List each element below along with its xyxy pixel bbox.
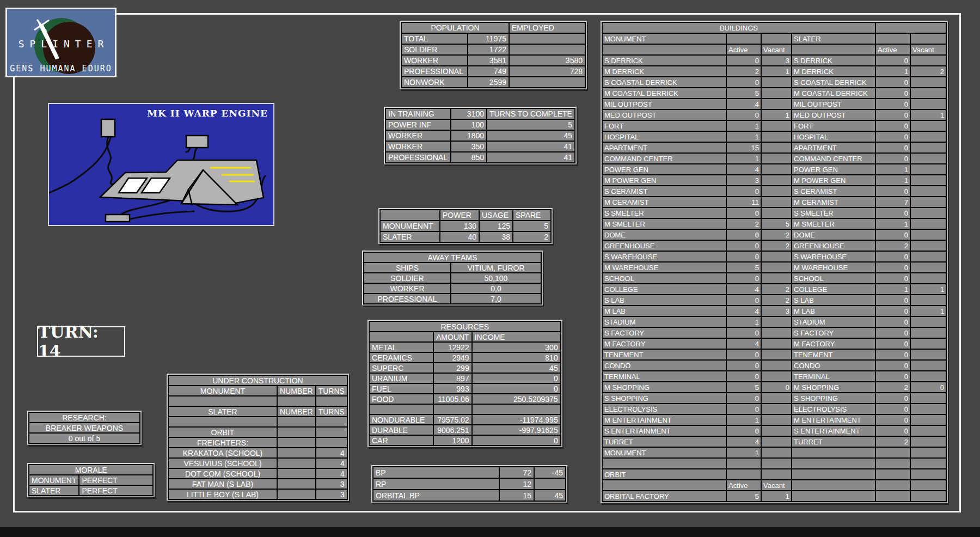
cell: [761, 88, 792, 99]
cell: 350: [451, 141, 487, 152]
cell: [761, 371, 792, 382]
cell: 0: [875, 349, 910, 360]
cell: ORBIT: [168, 427, 277, 437]
cell: [316, 437, 347, 448]
cell: NONWORK: [401, 77, 468, 88]
cell: [168, 417, 277, 427]
cell: 0: [726, 425, 761, 436]
cell: METAL: [369, 342, 433, 352]
cell: 5: [487, 119, 575, 130]
research-table: RESEARCH:BREAKER WEAPONS0 out of 5: [27, 411, 142, 445]
cell: [761, 273, 792, 284]
cell: MED OUTPOST: [602, 109, 726, 120]
cell: SHIPS: [364, 263, 451, 273]
cell: 0: [726, 77, 761, 88]
cell: Active: [875, 44, 910, 55]
cell: USAGE: [479, 210, 513, 221]
cell: CAR: [369, 435, 433, 446]
cell: [726, 469, 761, 480]
cell: [602, 480, 726, 491]
cell: CERAMICS: [369, 352, 433, 363]
cell: 41: [487, 141, 575, 152]
power-table: POWERUSAGESPAREMONUMENNT1301255SLATER403…: [378, 208, 553, 244]
logo-motto: GENS HUMANA EDURO: [7, 64, 115, 74]
cell: PERFECT: [79, 475, 153, 485]
cell: TENEMENT: [792, 349, 875, 360]
cell: MONUMENT: [29, 475, 79, 485]
cell: S SHOPPING: [792, 393, 875, 404]
cell: TOTAL: [401, 33, 468, 44]
cell: 0: [726, 55, 761, 66]
cell: 0: [875, 99, 910, 109]
cell: 2: [513, 231, 551, 242]
cell: 15: [499, 490, 534, 501]
cell: S WAREHOUSE: [792, 251, 875, 262]
cell: LITTLE BOY (S LAB): [168, 489, 277, 499]
cell: CONDO: [602, 360, 726, 371]
cell: S COASTAL DERRICK: [792, 77, 875, 88]
cell: [369, 332, 433, 342]
cell: [910, 208, 946, 218]
cell: GREENHOUSE: [792, 240, 875, 251]
cell: 5: [726, 382, 761, 393]
cell: DURABLE: [369, 425, 433, 435]
frame-top-line: [114, 13, 961, 15]
cell: M WAREHOUSE: [602, 262, 726, 273]
cell: MORALE: [29, 465, 153, 475]
cell: TENEMENT: [602, 349, 726, 360]
cell: ORBIT: [602, 469, 726, 480]
cell: [761, 327, 792, 338]
cell: 0: [875, 131, 910, 142]
cell: [761, 458, 792, 469]
cell: [910, 414, 946, 425]
cell: 1: [875, 175, 910, 186]
cell: [602, 458, 726, 469]
cell: [910, 120, 946, 131]
cell: Active: [726, 480, 761, 491]
turn-indicator: TURN: 14: [37, 326, 125, 357]
cell: M COASTAL DERRICK: [792, 88, 875, 99]
cell: 1: [875, 66, 910, 77]
cell: TURNS: [316, 386, 347, 396]
cell: -997.91625: [472, 425, 561, 435]
cell: MONUMENT: [602, 33, 726, 44]
cell: 0: [875, 414, 910, 425]
cell: ORBITAL BP: [373, 490, 499, 501]
cell: BP: [373, 467, 499, 478]
cell: 0: [875, 153, 910, 164]
cell: [761, 208, 792, 218]
cell: [910, 338, 946, 349]
cell: CONDO: [792, 360, 875, 371]
cell: [792, 447, 875, 458]
cell: 749: [468, 66, 509, 77]
cell: [910, 77, 946, 88]
cell: M CERAMIST: [792, 197, 875, 208]
cell: 299: [433, 363, 472, 373]
cell: PROFESSIONAL: [385, 152, 451, 163]
cell: [761, 338, 792, 349]
cell: 0: [875, 55, 910, 66]
cell: [792, 458, 875, 469]
away-teams-table: AWAY TEAMSSHIPSVITIUM, FURORSOLDIER50,10…: [362, 251, 543, 306]
cell: 0: [726, 327, 761, 338]
cell: DOT COM (SCHOOL): [168, 468, 277, 479]
cell: M FACTORY: [602, 338, 726, 349]
cell: 3: [761, 306, 792, 316]
cell: 2: [875, 240, 910, 251]
cell: [761, 251, 792, 262]
turn-label: TURN: 14: [38, 322, 124, 361]
cell: FREIGHTERS:: [168, 437, 277, 448]
cell: S SMELTER: [602, 208, 726, 218]
cell: 4: [726, 99, 761, 109]
cell: [602, 44, 726, 55]
cell: [910, 197, 946, 208]
cell: [509, 44, 585, 55]
cell: 4: [726, 284, 761, 295]
cell: 0 out of 5: [29, 433, 140, 443]
cell: 2: [761, 295, 792, 306]
cell: POWER: [440, 210, 479, 221]
cell: S COASTAL DERRICK: [602, 77, 726, 88]
cell: [792, 44, 875, 55]
cell: S DERRICK: [602, 55, 726, 66]
cell: S ENTERTAINMENT: [792, 425, 875, 436]
